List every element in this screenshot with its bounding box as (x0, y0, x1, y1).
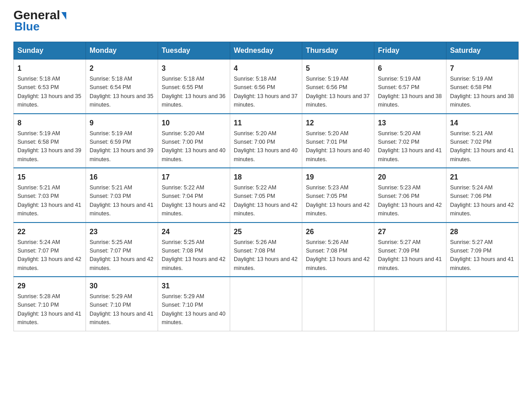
calendar-day-cell: 20Sunrise: 5:23 AMSunset: 7:06 PMDayligh… (374, 168, 446, 223)
calendar-day-cell: 14Sunrise: 5:21 AMSunset: 7:02 PMDayligh… (446, 114, 519, 168)
calendar-day-cell: 3Sunrise: 5:18 AMSunset: 6:55 PMDaylight… (158, 60, 230, 114)
day-number: 3 (162, 63, 226, 74)
day-number: 27 (378, 227, 442, 237)
day-number: 29 (17, 281, 82, 291)
calendar-table: SundayMondayTuesdayWednesdayThursdayFrid… (13, 42, 519, 331)
calendar-week-row: 29Sunrise: 5:28 AMSunset: 7:10 PMDayligh… (14, 277, 519, 331)
day-info: Sunrise: 5:22 AMSunset: 7:04 PMDaylight:… (162, 184, 226, 218)
calendar-day-cell: 25Sunrise: 5:26 AMSunset: 7:08 PMDayligh… (230, 223, 302, 277)
day-number: 4 (234, 63, 298, 74)
day-number: 18 (234, 172, 298, 183)
day-number: 10 (162, 118, 226, 128)
day-number: 28 (450, 227, 515, 237)
day-number: 13 (378, 118, 442, 128)
day-info: Sunrise: 5:18 AMSunset: 6:56 PMDaylight:… (234, 75, 298, 110)
logo-arrow-icon (61, 12, 66, 20)
calendar-day-cell: 5Sunrise: 5:19 AMSunset: 6:56 PMDaylight… (302, 60, 374, 114)
day-number: 19 (306, 172, 370, 183)
day-info: Sunrise: 5:19 AMSunset: 6:58 PMDaylight:… (17, 129, 82, 164)
day-info: Sunrise: 5:20 AMSunset: 7:00 PMDaylight:… (162, 129, 226, 164)
day-number: 5 (306, 63, 370, 74)
calendar-day-cell: 26Sunrise: 5:26 AMSunset: 7:08 PMDayligh… (302, 223, 374, 277)
day-number: 17 (162, 172, 226, 183)
day-info: Sunrise: 5:26 AMSunset: 7:08 PMDaylight:… (306, 238, 370, 273)
calendar-day-cell: 6Sunrise: 5:19 AMSunset: 6:57 PMDaylight… (374, 60, 446, 114)
calendar-day-cell: 18Sunrise: 5:22 AMSunset: 7:05 PMDayligh… (230, 168, 302, 223)
day-info: Sunrise: 5:25 AMSunset: 7:08 PMDaylight:… (162, 238, 226, 273)
calendar-day-cell: 23Sunrise: 5:25 AMSunset: 7:07 PMDayligh… (86, 223, 158, 277)
calendar-day-cell: 16Sunrise: 5:21 AMSunset: 7:03 PMDayligh… (86, 168, 158, 223)
calendar-day-cell: 21Sunrise: 5:24 AMSunset: 7:06 PMDayligh… (446, 168, 519, 223)
day-info: Sunrise: 5:23 AMSunset: 7:05 PMDaylight:… (306, 184, 370, 218)
day-number: 24 (162, 227, 226, 237)
weekday-header-wednesday: Wednesday (230, 42, 302, 60)
calendar-day-cell: 9Sunrise: 5:19 AMSunset: 6:59 PMDaylight… (86, 114, 158, 168)
calendar-day-cell (230, 277, 302, 331)
day-number: 21 (450, 172, 515, 183)
calendar-header-row: SundayMondayTuesdayWednesdayThursdayFrid… (14, 42, 519, 60)
day-number: 12 (306, 118, 370, 128)
day-number: 20 (378, 172, 442, 183)
weekday-header-sunday: Sunday (14, 42, 86, 60)
day-info: Sunrise: 5:20 AMSunset: 7:01 PMDaylight:… (306, 129, 370, 164)
calendar-day-cell: 19Sunrise: 5:23 AMSunset: 7:05 PMDayligh… (302, 168, 374, 223)
logo-blue: Blue (14, 20, 39, 34)
day-number: 30 (90, 281, 154, 291)
day-info: Sunrise: 5:21 AMSunset: 7:03 PMDaylight:… (90, 184, 154, 218)
day-number: 7 (450, 63, 515, 74)
day-info: Sunrise: 5:24 AMSunset: 7:06 PMDaylight:… (450, 184, 515, 218)
calendar-day-cell: 24Sunrise: 5:25 AMSunset: 7:08 PMDayligh… (158, 223, 230, 277)
day-info: Sunrise: 5:18 AMSunset: 6:54 PMDaylight:… (90, 75, 154, 110)
day-info: Sunrise: 5:22 AMSunset: 7:05 PMDaylight:… (234, 184, 298, 218)
calendar-week-row: 15Sunrise: 5:21 AMSunset: 7:03 PMDayligh… (14, 168, 519, 223)
weekday-header-friday: Friday (374, 42, 446, 60)
day-number: 26 (306, 227, 370, 237)
day-info: Sunrise: 5:20 AMSunset: 7:02 PMDaylight:… (378, 129, 442, 164)
day-info: Sunrise: 5:23 AMSunset: 7:06 PMDaylight:… (378, 184, 442, 218)
day-number: 22 (17, 227, 82, 237)
day-number: 16 (90, 172, 154, 183)
calendar-day-cell: 22Sunrise: 5:24 AMSunset: 7:07 PMDayligh… (14, 223, 86, 277)
calendar-day-cell: 10Sunrise: 5:20 AMSunset: 7:00 PMDayligh… (158, 114, 230, 168)
calendar-day-cell: 31Sunrise: 5:29 AMSunset: 7:10 PMDayligh… (158, 277, 230, 331)
calendar-day-cell: 1Sunrise: 5:18 AMSunset: 6:53 PMDaylight… (14, 60, 86, 114)
day-number: 8 (17, 118, 82, 128)
calendar-day-cell: 28Sunrise: 5:27 AMSunset: 7:09 PMDayligh… (446, 223, 519, 277)
day-info: Sunrise: 5:27 AMSunset: 7:09 PMDaylight:… (450, 238, 515, 273)
day-info: Sunrise: 5:21 AMSunset: 7:02 PMDaylight:… (450, 129, 515, 164)
header: General Blue (13, 9, 519, 34)
day-info: Sunrise: 5:19 AMSunset: 6:59 PMDaylight:… (90, 129, 154, 164)
calendar-day-cell: 4Sunrise: 5:18 AMSunset: 6:56 PMDaylight… (230, 60, 302, 114)
day-number: 14 (450, 118, 515, 128)
weekday-header-tuesday: Tuesday (158, 42, 230, 60)
calendar-day-cell: 15Sunrise: 5:21 AMSunset: 7:03 PMDayligh… (14, 168, 86, 223)
calendar-day-cell: 30Sunrise: 5:29 AMSunset: 7:10 PMDayligh… (86, 277, 158, 331)
day-info: Sunrise: 5:19 AMSunset: 6:56 PMDaylight:… (306, 75, 370, 110)
day-info: Sunrise: 5:24 AMSunset: 7:07 PMDaylight:… (17, 238, 82, 273)
day-info: Sunrise: 5:29 AMSunset: 7:10 PMDaylight:… (90, 292, 154, 327)
day-info: Sunrise: 5:26 AMSunset: 7:08 PMDaylight:… (234, 238, 298, 273)
day-number: 9 (90, 118, 154, 128)
day-number: 2 (90, 63, 154, 74)
calendar-day-cell: 2Sunrise: 5:18 AMSunset: 6:54 PMDaylight… (86, 60, 158, 114)
day-info: Sunrise: 5:18 AMSunset: 6:53 PMDaylight:… (17, 75, 82, 110)
calendar-day-cell: 17Sunrise: 5:22 AMSunset: 7:04 PMDayligh… (158, 168, 230, 223)
weekday-header-monday: Monday (86, 42, 158, 60)
calendar-day-cell: 27Sunrise: 5:27 AMSunset: 7:09 PMDayligh… (374, 223, 446, 277)
day-info: Sunrise: 5:27 AMSunset: 7:09 PMDaylight:… (378, 238, 442, 273)
day-info: Sunrise: 5:25 AMSunset: 7:07 PMDaylight:… (90, 238, 154, 273)
day-info: Sunrise: 5:29 AMSunset: 7:10 PMDaylight:… (162, 292, 226, 327)
calendar-day-cell (302, 277, 374, 331)
calendar-week-row: 8Sunrise: 5:19 AMSunset: 6:58 PMDaylight… (14, 114, 519, 168)
calendar-day-cell (374, 277, 446, 331)
day-number: 1 (17, 63, 82, 74)
day-info: Sunrise: 5:28 AMSunset: 7:10 PMDaylight:… (17, 292, 82, 327)
day-number: 11 (234, 118, 298, 128)
day-info: Sunrise: 5:20 AMSunset: 7:00 PMDaylight:… (234, 129, 298, 164)
calendar-day-cell: 7Sunrise: 5:19 AMSunset: 6:58 PMDaylight… (446, 60, 519, 114)
day-number: 6 (378, 63, 442, 74)
day-info: Sunrise: 5:18 AMSunset: 6:55 PMDaylight:… (162, 75, 226, 110)
calendar-day-cell: 8Sunrise: 5:19 AMSunset: 6:58 PMDaylight… (14, 114, 86, 168)
day-number: 25 (234, 227, 298, 237)
calendar-day-cell: 29Sunrise: 5:28 AMSunset: 7:10 PMDayligh… (14, 277, 86, 331)
